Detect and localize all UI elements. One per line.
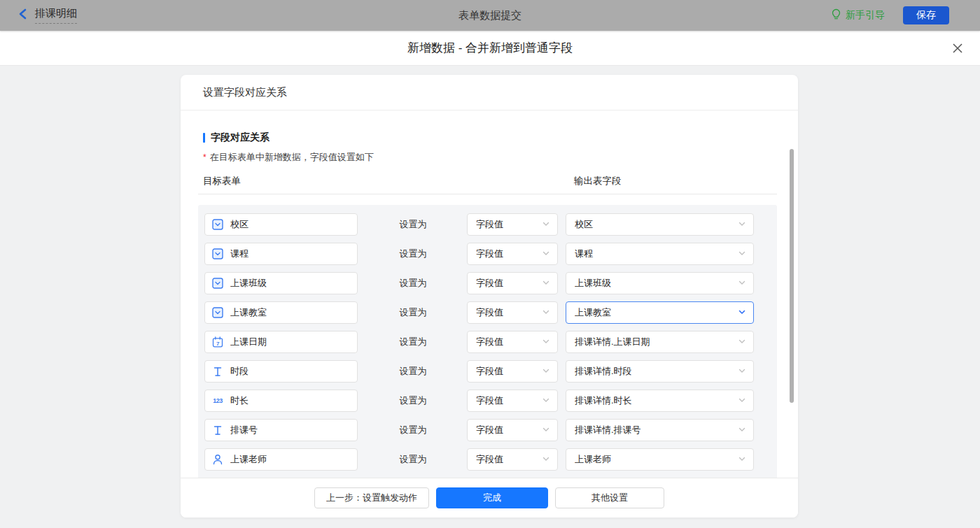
set-as-label: 设置为 [395, 453, 431, 466]
chevron-down-icon [738, 396, 746, 406]
mapping-row: 时段 设置为 字段值 排课详情.时段 [204, 360, 777, 383]
column-divider [198, 194, 777, 194]
form-name-label[interactable]: 排课明细 [35, 7, 77, 24]
operator-select[interactable]: 字段值 [467, 390, 558, 412]
vertical-scrollbar-thumb[interactable] [790, 149, 794, 403]
chevron-down-icon [542, 337, 550, 348]
set-as-label: 设置为 [395, 336, 431, 348]
operator-select[interactable]: 字段值 [467, 213, 558, 236]
target-field-label: 上课班级 [230, 277, 267, 290]
operator-select[interactable]: 字段值 [467, 243, 558, 265]
target-field-box: 课程 [204, 243, 358, 265]
select-field-icon [212, 219, 223, 230]
section-title: 字段对应关系 [211, 131, 270, 144]
chevron-down-icon [542, 455, 550, 465]
mapping-row: 上课班级 设置为 字段值 上课班级 [204, 272, 777, 294]
operator-select[interactable]: 字段值 [467, 272, 558, 294]
target-field-label: 时长 [230, 394, 248, 407]
output-field-select[interactable]: 上课班级 [566, 272, 754, 294]
operator-value: 字段值 [476, 218, 503, 231]
output-field-value: 上课班级 [575, 277, 611, 290]
back-chevron-icon [18, 8, 27, 22]
set-as-label: 设置为 [395, 424, 431, 436]
back-button[interactable] [10, 0, 35, 31]
target-field-label: 校区 [230, 218, 248, 231]
operator-select[interactable]: 字段值 [467, 419, 558, 441]
previous-step-button[interactable]: 上一步：设置触发动作 [314, 487, 429, 508]
target-field-label: 上课教室 [230, 306, 267, 319]
select-field-icon [212, 307, 223, 318]
chevron-down-icon [542, 366, 550, 377]
output-field-value: 排课详情.排课号 [575, 424, 641, 436]
target-field-box: 7 上课日期 [204, 331, 358, 353]
operator-select[interactable]: 字段值 [467, 360, 558, 383]
output-field-select[interactable]: 排课详情.时长 [566, 390, 754, 412]
set-as-label: 设置为 [395, 218, 431, 231]
mapping-row: 123 时长 设置为 字段值 排课详情.时长 [204, 390, 777, 412]
section-accent-bar [203, 133, 205, 143]
done-button[interactable]: 完成 [436, 487, 548, 508]
target-field-box: 校区 [204, 213, 358, 236]
target-field-box: 123 时长 [204, 390, 358, 412]
mapping-row: 上课老师 设置为 字段值 上课老师 [204, 448, 777, 471]
operator-value: 字段值 [476, 394, 503, 407]
column-header-output-fields: 输出表字段 [574, 175, 622, 187]
output-field-select[interactable]: 上课老师 [566, 448, 754, 471]
field-mapping-panel: 设置字段对应关系 字段对应关系 *在目标表单中新增数据，字段值设置如下 目标表单… [181, 75, 798, 518]
required-asterisk: * [203, 152, 206, 162]
output-field-select[interactable]: 排课详情.排课号 [566, 419, 754, 441]
top-bar: 排课明细 表单数据提交 新手引导 保存 [0, 0, 980, 31]
target-field-box: 上课班级 [204, 272, 358, 294]
operator-select[interactable]: 字段值 [467, 448, 558, 471]
other-settings-button[interactable]: 其他设置 [555, 487, 664, 508]
set-as-label: 设置为 [395, 306, 431, 319]
output-field-value: 课程 [575, 248, 593, 260]
text-field-icon [212, 366, 223, 377]
beginner-guide-label: 新手引导 [846, 9, 885, 22]
beginner-guide-button[interactable]: 新手引导 [831, 8, 885, 22]
operator-value: 字段值 [476, 248, 503, 260]
operator-value: 字段值 [476, 453, 503, 466]
select-field-icon [212, 248, 223, 259]
panel-content: 字段对应关系 *在目标表单中新增数据，字段值设置如下 目标表单 输出表字段 校区… [181, 110, 798, 478]
output-field-select[interactable]: 校区 [566, 213, 754, 236]
mapping-row: 排课号 设置为 字段值 排课详情.排课号 [204, 419, 777, 441]
chevron-down-icon [542, 220, 550, 230]
modal-title: 新增数据 - 合并新增到普通字段 [407, 40, 573, 56]
close-icon[interactable] [952, 43, 963, 54]
mapping-note: *在目标表单中新增数据，字段值设置如下 [203, 151, 798, 164]
user-field-icon [212, 454, 223, 465]
chevron-down-icon [542, 425, 550, 436]
save-button[interactable]: 保存 [903, 6, 949, 24]
operator-value: 字段值 [476, 277, 503, 290]
operator-select[interactable]: 字段值 [467, 331, 558, 353]
target-field-box: 上课老师 [204, 448, 358, 471]
set-as-label: 设置为 [395, 277, 431, 290]
operator-value: 字段值 [476, 424, 503, 436]
date-field-icon: 7 [212, 336, 223, 348]
mapping-rows: 校区 设置为 字段值 校区 课程 设置为 字段值 课程 [198, 205, 777, 478]
chevron-down-icon [542, 396, 550, 406]
lightbulb-icon [831, 8, 841, 22]
output-field-select[interactable]: 上课教室 [566, 301, 754, 324]
svg-text:7: 7 [216, 341, 220, 347]
modal-body: 设置字段对应关系 字段对应关系 *在目标表单中新增数据，字段值设置如下 目标表单… [0, 66, 980, 528]
output-field-value: 上课老师 [575, 453, 611, 466]
column-header-target-form: 目标表单 [203, 175, 241, 187]
operator-value: 字段值 [476, 365, 503, 378]
target-field-box: 排课号 [204, 419, 358, 441]
output-field-value: 排课详情.时长 [575, 394, 632, 407]
output-field-select[interactable]: 课程 [566, 243, 754, 265]
select-field-icon [212, 278, 223, 289]
mapping-row: 课程 设置为 字段值 课程 [204, 243, 777, 265]
output-field-select[interactable]: 排课详情.时段 [566, 360, 754, 383]
operator-select[interactable]: 字段值 [467, 301, 558, 324]
chevron-down-icon [738, 337, 746, 348]
target-field-box: 时段 [204, 360, 358, 383]
text-field-icon [212, 424, 223, 436]
set-as-label: 设置为 [395, 365, 431, 378]
output-field-select[interactable]: 排课详情.上课日期 [566, 331, 754, 353]
chevron-down-icon [542, 249, 550, 259]
operator-value: 字段值 [476, 306, 503, 319]
target-field-label: 课程 [230, 248, 248, 260]
